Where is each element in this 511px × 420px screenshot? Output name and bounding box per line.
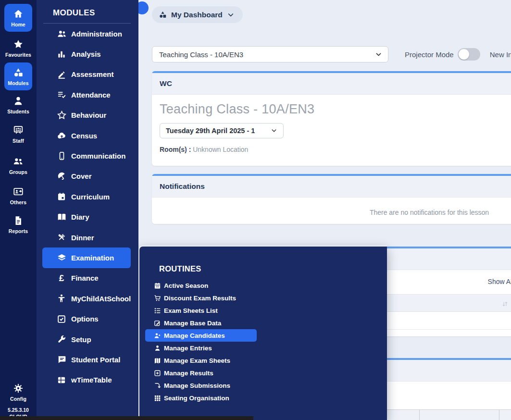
routine-item-label: Seating Organisation	[164, 395, 229, 402]
routine-item-manage-results[interactable]: Manage Results	[139, 367, 387, 379]
rail-item-label: Others	[10, 199, 26, 205]
module-item-communication[interactable]: Communication	[37, 146, 138, 166]
pound-icon: £	[56, 273, 67, 283]
new-interface-label: New Interface	[490, 50, 511, 59]
module-item-analysis[interactable]: Analysis	[37, 44, 138, 64]
rail-item-modules[interactable]: Modules	[4, 62, 32, 90]
person-plus-icon	[153, 332, 161, 339]
session-select[interactable]: Tuesday 29th April 2025 - 1	[160, 123, 284, 138]
routine-item-exam-sheets-list[interactable]: Exam Sheets List	[139, 304, 387, 317]
module-item-attendance[interactable]: Attendance	[37, 85, 138, 105]
notifications-empty-message: There are no notifications for this less…	[152, 198, 511, 224]
star-icon	[13, 39, 24, 49]
rail-item-others[interactable]: Others	[10, 186, 26, 205]
module-item-mychildatschool[interactable]: MyChildAtSchool	[37, 288, 138, 309]
projector-mode-label: Projector Mode	[405, 50, 454, 59]
grid-icon	[56, 375, 67, 385]
routines-title: ROUTINES	[159, 264, 387, 273]
rail-item-groups[interactable]: Groups	[9, 156, 27, 175]
wc-card: WC Teaching Class - 10A/EN3 Tuesday 29th…	[152, 71, 511, 166]
home-icon	[13, 9, 24, 19]
dashboard-selector-label: My Dashboard	[171, 11, 223, 19]
rail-item-label: Home	[11, 22, 25, 27]
seats-grid-icon	[153, 395, 161, 402]
rail-item-staff[interactable]: Staff	[12, 125, 24, 144]
projector-mode-toggle[interactable]	[458, 48, 480, 61]
module-item-diary[interactable]: Diary	[37, 207, 138, 227]
wrench-icon	[56, 334, 67, 344]
routine-item-manage-base-data[interactable]: Manage Base Data	[139, 317, 387, 329]
version-number: 5.25.3.10	[8, 407, 29, 413]
chevron-down-icon	[375, 51, 382, 58]
people-icon	[56, 29, 67, 39]
chat-icon	[56, 355, 67, 364]
module-item-census[interactable]: Census	[37, 125, 138, 146]
show-all-link[interactable]: Show All Messages	[488, 278, 511, 285]
cutlery-icon	[56, 233, 67, 242]
module-item-label: wTimeTable	[71, 376, 112, 384]
bar-chart-icon	[56, 49, 67, 59]
module-item-wtimetable[interactable]: wTimeTable	[37, 370, 138, 390]
person-icon	[153, 345, 161, 352]
module-item-label: Diary	[71, 213, 89, 221]
routine-item-label: Manage Entries	[164, 345, 212, 352]
dashboard-selector[interactable]: My Dashboard	[152, 6, 243, 23]
routine-item-discount-exam-results[interactable]: Discount Exam Results	[139, 292, 387, 304]
module-item-label: Curriculum	[71, 193, 110, 201]
module-item-examination[interactable]: Examination	[42, 247, 131, 268]
left-rail: Home Favourites Modules Students Staff G…	[0, 0, 37, 420]
others-icon	[13, 186, 24, 197]
staff-icon	[13, 125, 24, 136]
sort-icon[interactable]	[501, 301, 509, 308]
module-item-cover[interactable]: Cover	[37, 166, 138, 186]
module-item-administration[interactable]: Administration	[37, 24, 138, 44]
class-select[interactable]: Teaching Class - 10A/EN3	[152, 46, 388, 62]
module-item-student-portal[interactable]: Student Portal	[37, 349, 138, 370]
module-item-assessment[interactable]: Assessment	[37, 64, 138, 85]
routine-item-seating-organisation[interactable]: Seating Organisation	[139, 392, 387, 404]
routine-item-manage-submissions[interactable]: Manage Submissions	[139, 379, 387, 392]
routine-item-active-season[interactable]: Active Season	[139, 279, 387, 292]
module-item-finance[interactable]: £ Finance	[37, 268, 138, 288]
gear-icon	[13, 383, 24, 394]
module-item-curriculum[interactable]: Curriculum	[37, 186, 138, 207]
rail-item-reports[interactable]: Reports	[9, 215, 28, 234]
wc-card-header: WC	[152, 73, 511, 95]
rail-item-home[interactable]: Home	[4, 4, 32, 32]
layers-icon	[56, 253, 67, 263]
module-item-label: Communication	[71, 152, 125, 160]
routine-item-label: Manage Candidates	[164, 332, 225, 339]
routine-item-label: Active Season	[164, 282, 208, 289]
rail-item-label: Favourites	[5, 52, 31, 58]
rooms-label: Room(s) :	[160, 146, 191, 153]
notifications-card-header: Notifications	[152, 176, 511, 198]
module-item-label: Dinner	[71, 234, 94, 242]
module-item-behaviour[interactable]: Behaviour	[37, 105, 138, 125]
module-item-setup[interactable]: Setup	[37, 329, 138, 349]
reports-icon	[13, 215, 24, 226]
numbered-list-icon	[153, 307, 161, 314]
modules-mini-icon	[159, 11, 167, 19]
module-item-label: Student Portal	[71, 356, 121, 364]
map-icon	[153, 357, 161, 364]
rail-item-label: Students	[7, 109, 29, 114]
module-item-label: Finance	[71, 274, 99, 282]
rail-item-config[interactable]: Config	[10, 383, 26, 402]
module-item-options[interactable]: Options	[37, 309, 138, 329]
routine-item-manage-entries[interactable]: Manage Entries	[139, 342, 387, 354]
class-select-value: Teaching Class - 10A/EN3	[159, 50, 243, 59]
rooms-line: Room(s) : Unknown Location	[160, 146, 511, 153]
modules-icon	[13, 67, 24, 78]
cart-icon	[153, 295, 161, 302]
routine-item-manage-exam-sheets[interactable]: Manage Exam Sheets	[139, 354, 387, 367]
rail-item-students[interactable]: Students	[7, 96, 29, 114]
rail-item-label: Staff	[12, 138, 24, 144]
rail-item-favourites[interactable]: Favourites	[5, 39, 31, 58]
module-item-dinner[interactable]: Dinner	[37, 227, 138, 247]
routine-item-label: Discount Exam Results	[164, 295, 236, 302]
taskbar-strip	[0, 416, 253, 420]
edit-square-icon	[153, 320, 161, 327]
module-item-label: Options	[71, 315, 99, 323]
routine-item-manage-candidates[interactable]: Manage Candidates	[145, 329, 257, 342]
module-item-label: Census	[71, 132, 97, 140]
